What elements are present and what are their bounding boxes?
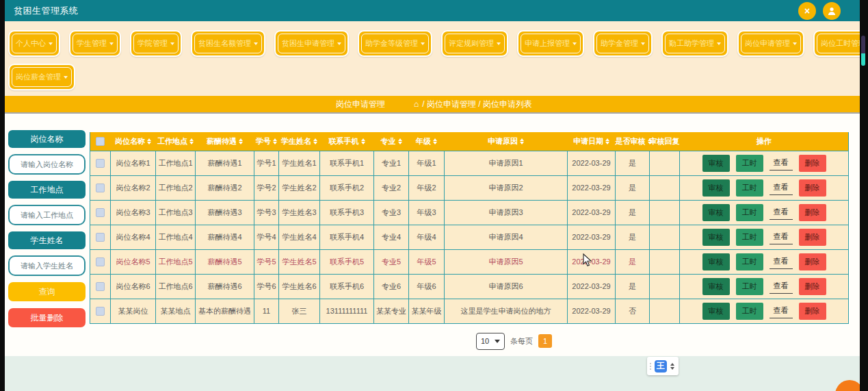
page-number-button[interactable]: 1 (538, 334, 552, 348)
row-checkbox[interactable] (96, 257, 105, 266)
column-header[interactable]: 申请原因 (445, 132, 568, 151)
view-button[interactable]: 查看 (770, 180, 793, 195)
filter-input[interactable] (8, 255, 86, 276)
nav-menu-item[interactable]: 勤工助学管理 (661, 30, 728, 57)
review-button[interactable]: 审核 (702, 204, 730, 221)
table-cell: 学号4 (254, 225, 279, 249)
column-header-label: 学生姓名 (281, 136, 311, 147)
row-checkbox[interactable] (96, 159, 105, 168)
filter-input[interactable] (8, 205, 86, 225)
table-cell: 年级6 (409, 274, 445, 299)
table-cell: 是 (616, 225, 650, 249)
table-cell: 专业3 (374, 200, 409, 225)
filter-input[interactable] (8, 154, 86, 175)
nav-item-label: 贫困生名额管理 (198, 38, 251, 49)
column-header[interactable]: 年级 (409, 132, 445, 151)
left-edge-bar (0, 0, 5, 391)
drag-handle-icon (650, 363, 651, 370)
column-header[interactable]: 是否审核 (616, 132, 650, 151)
column-header[interactable]: 薪酬待遇 (196, 132, 254, 151)
view-button[interactable]: 查看 (770, 254, 793, 269)
batch-delete-button[interactable]: 批量删除 (8, 308, 86, 327)
page-size-select[interactable]: 10 (476, 333, 505, 350)
hours-button[interactable]: 工时 (736, 278, 763, 295)
chevron-down-icon (170, 42, 174, 45)
delete-button[interactable]: 删除 (799, 204, 826, 221)
column-header[interactable]: 学号 (254, 132, 279, 151)
review-button[interactable]: 审核 (702, 278, 730, 295)
hours-button[interactable]: 工时 (736, 229, 763, 246)
view-button[interactable]: 查看 (770, 303, 793, 318)
home-icon: ⌂ (414, 99, 419, 109)
hours-button[interactable]: 工时 (736, 253, 763, 270)
delete-button[interactable]: 删除 (799, 229, 826, 246)
table-cell: 年级4 (409, 225, 445, 249)
delete-button[interactable]: 删除 (799, 303, 826, 320)
table-row: 岗位名称1工作地点1薪酬待遇1学号1学生姓名1联系手机1专业1年级1申请原因12… (90, 151, 849, 175)
column-header-content: 是否审核 (616, 136, 652, 147)
nav-menu-item[interactable]: 学院管理 (130, 30, 182, 57)
nav-menu-item[interactable]: 学生管理 (69, 30, 121, 57)
scrollbar[interactable] (861, 36, 865, 66)
sort-icon (313, 138, 317, 144)
nav-menu-item[interactable]: 个人中心 (8, 30, 60, 57)
view-button[interactable]: 查看 (770, 155, 793, 171)
nav-item-label: 岗位薪金管理 (16, 72, 61, 82)
query-button[interactable]: 查询 (8, 282, 86, 301)
view-button[interactable]: 查看 (770, 279, 793, 294)
table-cell: 学生姓名5 (279, 249, 320, 274)
column-header[interactable]: 学生姓名 (279, 132, 320, 151)
select-all-checkbox[interactable] (96, 137, 105, 146)
nav-menu-item[interactable]: 贫困生申请管理 (274, 30, 349, 57)
table-cell: 工作地点3 (156, 200, 196, 225)
review-button[interactable]: 审核 (702, 179, 730, 197)
row-actions: 审核工时查看删除 (680, 155, 848, 172)
nav-menu-item[interactable]: 贫困生名额管理 (191, 30, 265, 57)
column-header-label: 联系手机 (329, 136, 359, 147)
review-button[interactable]: 审核 (702, 303, 730, 320)
user-button[interactable] (823, 2, 841, 20)
view-button[interactable]: 查看 (770, 205, 793, 220)
nav-menu-item[interactable]: 岗位薪金管理 (8, 64, 75, 90)
review-button[interactable]: 审核 (702, 229, 730, 246)
column-header-content: 专业 (381, 136, 402, 147)
hours-button[interactable]: 工时 (736, 303, 763, 320)
nav-menu-item[interactable]: 助学金管理 (593, 30, 653, 57)
review-button[interactable]: 审核 (702, 253, 730, 270)
column-header[interactable]: 工作地点 (156, 132, 196, 151)
view-button[interactable]: 查看 (770, 229, 793, 244)
row-checkbox[interactable] (96, 208, 105, 217)
page-size-value: 10 (481, 337, 489, 345)
nav-menu-item[interactable]: 岗位申请管理 (737, 30, 804, 57)
nav-menu-item[interactable]: 申请上报管理 (517, 30, 584, 57)
table-row: 岗位名称4工作地点4薪酬待遇4学号4学生姓名4联系手机4专业4年级4申请原因42… (90, 225, 849, 249)
nav-menu-item[interactable]: 评定规则管理 (441, 30, 508, 57)
row-checkbox[interactable] (96, 307, 105, 316)
table-cell: 学生姓名2 (279, 175, 320, 200)
delete-button[interactable]: 删除 (799, 155, 826, 172)
close-button[interactable]: × (798, 2, 816, 20)
column-header[interactable]: 岗位名称 (111, 132, 156, 151)
column-header-label: 岗位名称 (115, 136, 145, 147)
review-button[interactable]: 审核 (702, 155, 730, 172)
column-header[interactable]: 专业 (374, 132, 409, 151)
hours-button[interactable]: 工时 (736, 155, 763, 172)
hours-button[interactable]: 工时 (736, 204, 763, 221)
nav-menu-item-inner: 评定规则管理 (445, 34, 505, 53)
row-checkbox[interactable] (96, 233, 105, 242)
delete-button[interactable]: 删除 (799, 179, 826, 197)
column-header-label: 专业 (381, 136, 396, 147)
delete-button[interactable]: 删除 (799, 278, 826, 295)
table-cell: 工作地点4 (156, 225, 196, 249)
row-checkbox[interactable] (96, 282, 105, 291)
sort-icon (273, 138, 277, 144)
column-header[interactable]: 联系手机 (320, 132, 374, 151)
nav-menu-item[interactable]: 助学金等级管理 (358, 30, 432, 57)
hours-button[interactable]: 工时 (736, 179, 763, 197)
delete-button[interactable]: 删除 (799, 253, 826, 270)
ime-widget[interactable]: 王 (647, 357, 679, 375)
right-edge-bar-top (865, 0, 868, 21)
row-actions-cell: 审核工时查看删除 (680, 175, 849, 200)
column-header[interactable]: 申请日期 (568, 132, 616, 151)
row-checkbox[interactable] (96, 184, 105, 192)
